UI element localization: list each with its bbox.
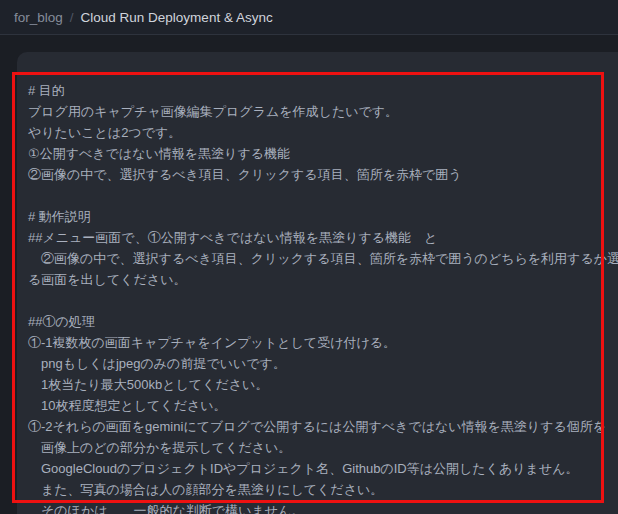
prompt-text: # 目的 ブログ用のキャプチャ画像編集プログラムを作成したいです。 やりたいこと… xyxy=(28,80,618,514)
breadcrumb-conversation-title: Cloud Run Deployment & Async xyxy=(81,10,273,25)
prompt-editor[interactable]: # 目的 ブログ用のキャプチャ画像編集プログラムを作成したいです。 やりたいこと… xyxy=(17,52,618,514)
main-content: # 目的 ブログ用のキャプチャ画像編集プログラムを作成したいです。 やりたいこと… xyxy=(0,36,618,514)
breadcrumb-project[interactable]: for_blog xyxy=(14,10,63,25)
breadcrumb-bar: for_blog / Cloud Run Deployment & Async xyxy=(0,0,618,35)
breadcrumb-separator: / xyxy=(70,10,74,25)
